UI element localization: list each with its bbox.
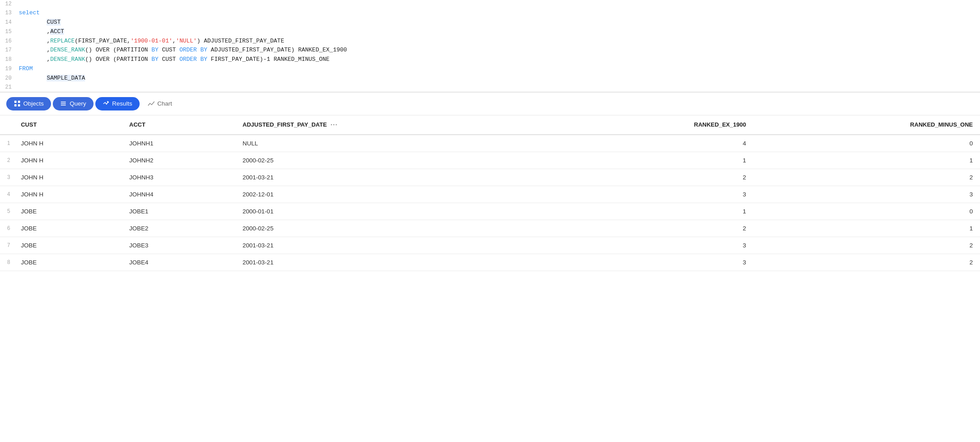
svg-rect-3 bbox=[18, 104, 20, 106]
cell-ranked_ex_1900: 2 bbox=[558, 169, 753, 186]
cell-adjusted_first_pay_date: 2001-03-21 bbox=[235, 237, 558, 254]
cell-ranked_minus_one: 3 bbox=[753, 186, 980, 203]
chart-label: Chart bbox=[158, 100, 172, 107]
cell-adjusted_first_pay_date: 2001-03-21 bbox=[235, 169, 558, 186]
cell-acct: JOHNH3 bbox=[122, 169, 235, 186]
table-row: 1JOHN HJOHNH1NULL40 bbox=[0, 135, 980, 152]
code-line-13: 13 select bbox=[0, 8, 980, 18]
cell-adjusted_first_pay_date: NULL bbox=[235, 135, 558, 152]
cell-rownum: 8 bbox=[0, 254, 14, 271]
table-header-row: CUST ACCT ADJUSTED_FIRST_PAY_DATE ··· RA… bbox=[0, 115, 980, 135]
results-button[interactable]: Results bbox=[95, 97, 140, 110]
table-body: 1JOHN HJOHNH1NULL402JOHN HJOHNH22000-02-… bbox=[0, 135, 980, 271]
cell-rownum: 3 bbox=[0, 169, 14, 186]
code-line-14: 14 CUST bbox=[0, 18, 980, 27]
cell-cust: JOHN H bbox=[14, 135, 122, 152]
cell-rownum: 7 bbox=[0, 237, 14, 254]
code-line-18: 18 ,DENSE_RANK() OVER (PARTITION BY CUST… bbox=[0, 55, 980, 64]
objects-icon bbox=[13, 100, 21, 107]
cell-ranked_ex_1900: 2 bbox=[558, 220, 753, 237]
cell-adjusted_first_pay_date: 2002-12-01 bbox=[235, 186, 558, 203]
table-row: 2JOHN HJOHNH22000-02-2511 bbox=[0, 152, 980, 169]
cell-ranked_minus_one: 1 bbox=[753, 152, 980, 169]
cell-cust: JOBE bbox=[14, 237, 122, 254]
cell-cust: JOHN H bbox=[14, 186, 122, 203]
cell-ranked_ex_1900: 3 bbox=[558, 254, 753, 271]
cell-adjusted_first_pay_date: 2000-02-25 bbox=[235, 220, 558, 237]
cell-ranked_minus_one: 0 bbox=[753, 203, 980, 220]
col-header-ranked-ex-1900: RANKED_EX_1900 bbox=[558, 115, 753, 135]
cell-acct: JOHNH2 bbox=[122, 152, 235, 169]
cell-rownum: 1 bbox=[0, 135, 14, 152]
svg-rect-1 bbox=[18, 101, 20, 103]
code-line-15: 15 ,ACCT bbox=[0, 27, 980, 37]
code-line-12: 12 bbox=[0, 0, 980, 8]
code-line-19: 19 FROM bbox=[0, 64, 980, 74]
cell-rownum: 2 bbox=[0, 152, 14, 169]
cell-ranked_ex_1900: 3 bbox=[558, 186, 753, 203]
objects-label: Objects bbox=[23, 100, 44, 107]
table-row: 3JOHN HJOHNH32001-03-2122 bbox=[0, 169, 980, 186]
cell-ranked_ex_1900: 4 bbox=[558, 135, 753, 152]
results-table-wrapper: CUST ACCT ADJUSTED_FIRST_PAY_DATE ··· RA… bbox=[0, 115, 980, 271]
col-header-cust: CUST bbox=[14, 115, 122, 135]
cell-ranked_minus_one: 2 bbox=[753, 169, 980, 186]
more-icon[interactable]: ··· bbox=[330, 121, 337, 129]
cell-rownum: 6 bbox=[0, 220, 14, 237]
results-label: Results bbox=[112, 100, 132, 107]
cell-adjusted_first_pay_date: 2001-03-21 bbox=[235, 254, 558, 271]
cell-acct: JOBE4 bbox=[122, 254, 235, 271]
code-editor: 12 13 select 14 CUST 15 ,ACCT 16 ,REPLAC… bbox=[0, 0, 980, 92]
cell-rownum: 5 bbox=[0, 203, 14, 220]
chart-button[interactable]: Chart bbox=[141, 97, 179, 110]
query-button[interactable]: Query bbox=[53, 97, 94, 110]
cell-rownum: 4 bbox=[0, 186, 14, 203]
cell-ranked_minus_one: 2 bbox=[753, 254, 980, 271]
cell-ranked_minus_one: 1 bbox=[753, 220, 980, 237]
table-row: 5JOBEJOBE12000-01-0110 bbox=[0, 203, 980, 220]
cell-adjusted_first_pay_date: 2000-01-01 bbox=[235, 203, 558, 220]
code-line-20: 20 SAMPLE_DATA bbox=[0, 74, 980, 83]
cell-adjusted_first_pay_date: 2000-02-25 bbox=[235, 152, 558, 169]
cell-acct: JOBE2 bbox=[122, 220, 235, 237]
cell-acct: JOHNH4 bbox=[122, 186, 235, 203]
cell-acct: JOHNH1 bbox=[122, 135, 235, 152]
table-row: 4JOHN HJOHNH42002-12-0133 bbox=[0, 186, 980, 203]
cell-cust: JOBE bbox=[14, 220, 122, 237]
table-header: CUST ACCT ADJUSTED_FIRST_PAY_DATE ··· RA… bbox=[0, 115, 980, 135]
cell-cust: JOBE bbox=[14, 254, 122, 271]
col-header-acct: ACCT bbox=[122, 115, 235, 135]
cell-cust: JOBE bbox=[14, 203, 122, 220]
results-icon bbox=[102, 100, 110, 107]
cell-ranked_ex_1900: 3 bbox=[558, 237, 753, 254]
cell-ranked_minus_one: 0 bbox=[753, 135, 980, 152]
col-header-ranked-minus-one: RANKED_MINUS_ONE bbox=[753, 115, 980, 135]
query-icon bbox=[60, 100, 67, 107]
table-row: 6JOBEJOBE22000-02-2521 bbox=[0, 220, 980, 237]
col-header-adjusted-first-pay-date: ADJUSTED_FIRST_PAY_DATE ··· bbox=[235, 115, 558, 135]
cell-acct: JOBE3 bbox=[122, 237, 235, 254]
cell-ranked_ex_1900: 1 bbox=[558, 152, 753, 169]
cell-acct: JOBE1 bbox=[122, 203, 235, 220]
code-line-16: 16 ,REPLACE(FIRST_PAY_DATE,'1900-01-01',… bbox=[0, 37, 980, 46]
toolbar: Objects Query Results Chart bbox=[0, 92, 980, 115]
svg-rect-0 bbox=[14, 101, 17, 103]
table-row: 8JOBEJOBE42001-03-2132 bbox=[0, 254, 980, 271]
table-row: 7JOBEJOBE32001-03-2132 bbox=[0, 237, 980, 254]
col-header-rownum bbox=[0, 115, 14, 135]
cell-cust: JOHN H bbox=[14, 152, 122, 169]
objects-button[interactable]: Objects bbox=[6, 97, 51, 110]
code-line-21: 21 bbox=[0, 83, 980, 92]
cell-ranked_ex_1900: 1 bbox=[558, 203, 753, 220]
query-label: Query bbox=[70, 100, 86, 107]
chart-icon bbox=[148, 100, 155, 107]
cell-ranked_minus_one: 2 bbox=[753, 237, 980, 254]
cell-cust: JOHN H bbox=[14, 169, 122, 186]
results-table: CUST ACCT ADJUSTED_FIRST_PAY_DATE ··· RA… bbox=[0, 115, 980, 271]
code-line-17: 17 ,DENSE_RANK() OVER (PARTITION BY CUST… bbox=[0, 46, 980, 55]
svg-rect-2 bbox=[14, 104, 17, 106]
